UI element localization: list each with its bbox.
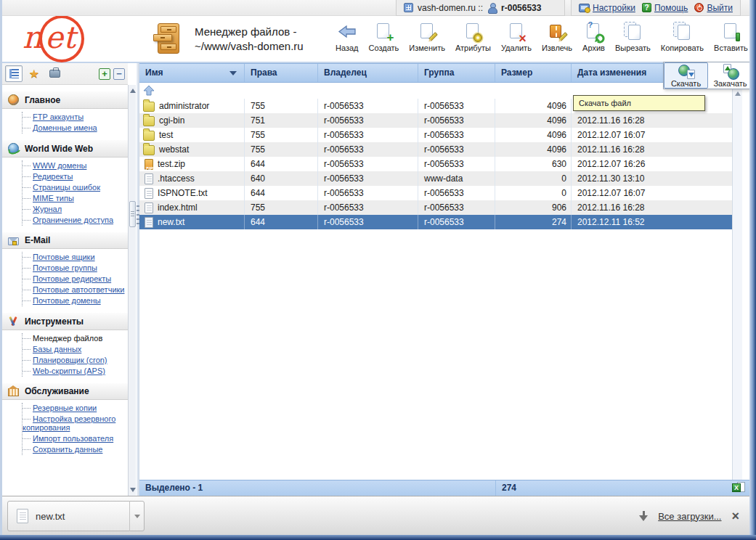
table-row[interactable]: .htaccess 640 r-0056533 www-data 0 2012.… (139, 171, 732, 186)
expand-all-button[interactable]: + (99, 68, 110, 80)
section-header-main[interactable]: Главное (2, 91, 128, 109)
file-perms: 755 (245, 99, 318, 113)
download-button[interactable]: Скачать (664, 62, 708, 89)
tab-favorites[interactable]: ★ (25, 65, 43, 82)
file-group: r-0056533 (418, 99, 495, 113)
file-name: test (159, 128, 173, 142)
scroll-down-arrow-icon[interactable] (130, 488, 136, 492)
attributes-button[interactable]: Атрибуты (450, 20, 496, 54)
column-header-owner[interactable]: Владелец (318, 64, 418, 82)
sidebar-item-backup-settings: Настройка резервного копирования (23, 414, 123, 433)
download-item[interactable]: new.txt (7, 501, 145, 531)
provider-logo[interactable]: net (23, 17, 84, 58)
column-header-size[interactable]: Размер (495, 64, 572, 82)
logout-label[interactable]: Выйти (707, 3, 733, 13)
sidebar-item-mail-domains: Почтовые домены (23, 295, 128, 306)
globe-download-icon (678, 65, 695, 78)
column-header-group[interactable]: Группа (418, 64, 495, 82)
scroll-up-arrow-icon[interactable] (130, 89, 136, 93)
table-row[interactable]: test 755 r-0056533 r-0056533 4096 2012.1… (139, 128, 732, 142)
sidebar: Главное FTP аккаунты Доменные имена Worl… (2, 85, 128, 496)
collapse-all-button[interactable]: − (113, 68, 125, 80)
file-owner: r-0056533 (318, 128, 418, 142)
sidebar-item-web-scripts: Web-скрипты (APS) (23, 366, 128, 377)
file-perms: 644 (245, 157, 318, 171)
file-type-icon (145, 202, 153, 213)
delete-button[interactable]: × Удалить (496, 20, 537, 54)
table-row[interactable]: index.html 755 r-0056533 r-0056533 906 2… (139, 200, 732, 215)
bank-icon (8, 388, 19, 396)
help-link[interactable]: ? Помощь (642, 3, 688, 13)
top-bar: vash-domen.ru :: r-0056533 Настройки ? П… (0, 0, 756, 16)
sidebar-splitter[interactable] (137, 63, 139, 496)
top-links-segment: Настройки ? Помощь Выйти (571, 0, 741, 16)
column-header-name[interactable]: Имя (139, 64, 245, 82)
sidebar-item-www-domains: WWW домены (23, 160, 128, 171)
file-size: 4096 (495, 128, 572, 142)
sort-arrow-icon[interactable] (229, 71, 237, 75)
download-item-menu-arrow[interactable] (129, 501, 144, 531)
sidebar-item-mail-groups: Почтовые группы (23, 263, 128, 274)
sidebar-item-backups: Резервные копии (23, 403, 123, 414)
settings-link[interactable]: Настройки (579, 3, 635, 13)
download-bar-close-button[interactable]: × (731, 510, 739, 523)
tab-tasks[interactable] (46, 65, 63, 82)
sidebar-item-ftp-accounts: FTP аккаунты (23, 112, 128, 123)
download-arrow-icon (639, 511, 648, 521)
sidebar-item-access-limit: Ограничение доступа (23, 215, 128, 226)
table-row[interactable]: webstat 755 r-0056533 r-0056533 4096 201… (139, 142, 732, 157)
sidebar-item-save-data: Сохранить данные (23, 444, 123, 455)
logout-link[interactable]: Выйти (694, 3, 733, 13)
back-button[interactable]: Назад (330, 20, 364, 54)
create-button[interactable]: + Создать (364, 20, 405, 54)
sidebar-item-log: Журнал (23, 204, 128, 215)
cut-button[interactable]: Вырезать (610, 20, 656, 54)
file-date: 2012.11.16 16:28 (572, 113, 732, 128)
sidebar-item-databases: Базы данных (23, 344, 128, 355)
status-bar: Выделено - 1 274 X (139, 480, 749, 496)
table-row[interactable]: ISPNOTE.txt 644 r-0056533 r-0056533 0 20… (139, 186, 732, 200)
table-row-selected[interactable]: new.txt 644 r-0056533 r-0056533 274 2012… (139, 215, 732, 229)
tab-menu-list[interactable] (5, 65, 23, 82)
file-name: cgi-bin (159, 113, 184, 128)
scroll-up-arrow-icon[interactable] (735, 91, 741, 96)
table-row[interactable]: test.zip 644 r-0056533 r-0056533 630 201… (139, 157, 732, 171)
archive-button[interactable]: ? Архив (577, 20, 610, 54)
help-label[interactable]: Помощь (654, 3, 688, 13)
paste-button[interactable]: Вставить (709, 20, 753, 54)
file-perms: 755 (245, 200, 318, 215)
section-header-tools[interactable]: Инструменты (2, 312, 128, 330)
page-paste-icon (720, 22, 741, 41)
table-row[interactable]: cgi-bin 751 r-0056533 r-0056533 4096 201… (139, 113, 732, 128)
all-downloads-link[interactable]: Все загрузки... (658, 511, 721, 522)
download-bar: new.txt Все загрузки... × (2, 496, 749, 535)
page-pencil-icon (417, 22, 437, 41)
section-header-maintenance[interactable]: Обслуживание (2, 382, 128, 400)
column-header-perms[interactable]: Права (245, 64, 318, 82)
file-group: www-data (418, 171, 495, 186)
file-type-icon (145, 188, 153, 199)
globe-upload-icon (722, 64, 739, 78)
file-owner: r-0056533 (318, 157, 418, 171)
extract-button[interactable]: Извлечь (537, 20, 577, 54)
page-gear-icon (463, 22, 483, 41)
file-date: 2012.12.07 16:07 (572, 186, 732, 200)
sidebar-scrollbar[interactable] (128, 85, 136, 496)
edit-button[interactable]: Изменить (404, 20, 450, 54)
star-icon: ★ (29, 68, 39, 80)
scrollbar-thumb[interactable] (129, 201, 136, 227)
header: net Менеджер файлов - ~/www/vash-domen.r… (2, 16, 749, 63)
upload-button[interactable]: Закачать (708, 62, 752, 89)
settings-label[interactable]: Настройки (593, 3, 635, 13)
section-header-www[interactable]: World Wide Web (2, 139, 128, 158)
section-header-email[interactable]: E-Mail (2, 232, 128, 249)
selection-size: 274 (496, 480, 732, 496)
file-cabinet-icon (153, 23, 184, 55)
download-file-name: new.txt (36, 511, 129, 522)
sidebar-item-mail-redirects: Почтовые редиректы (23, 274, 128, 285)
up-arrow-icon (143, 85, 155, 97)
sidebar-item-user-import: Импорт пользователя (23, 433, 123, 444)
excel-export-icon[interactable]: X (732, 482, 745, 494)
copy-button[interactable]: Копировать (656, 20, 709, 54)
table-scrollbar[interactable] (732, 83, 742, 480)
